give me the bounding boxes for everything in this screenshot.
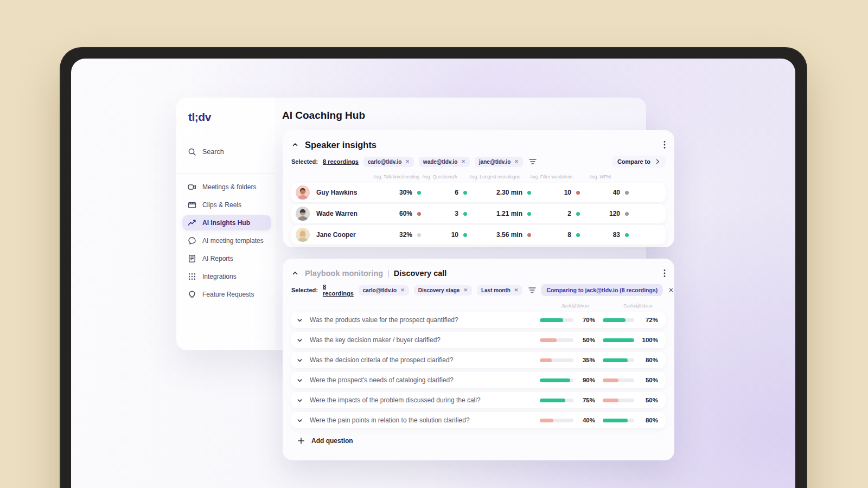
collapse-chevron-up-icon[interactable] — [291, 269, 299, 277]
question-row[interactable]: Were the prospect's needs of cataloging … — [291, 372, 666, 388]
sidebar-item-label: AI meeting templates — [202, 237, 264, 245]
metric-value: 8 — [567, 231, 571, 239]
sidebar-item-ai-reports[interactable]: AI Reports — [182, 251, 271, 266]
chevron-down-icon[interactable] — [297, 397, 310, 403]
progress-value-right: 72% — [634, 317, 658, 323]
progress-bar-left — [540, 378, 573, 382]
sidebar: tl;dv Search Meetings & foldersClips & R… — [176, 98, 276, 350]
sidebar-item-ai-insights-hub[interactable]: AI Insights Hub — [182, 215, 271, 230]
metric-value: 6 — [455, 189, 458, 196]
column-header: Carlo@tldv.io — [610, 303, 666, 309]
close-icon[interactable]: ✕ — [514, 288, 519, 293]
playbook-chip-carlo-tldv-io[interactable]: carlo@tldv.io✕ — [359, 285, 409, 296]
kebab-menu-icon[interactable] — [663, 269, 666, 278]
add-question-button[interactable]: Add question — [291, 433, 666, 449]
sidebar-item-meetings-folders[interactable]: Meetings & folders — [182, 179, 271, 195]
question-row[interactable]: Was the decision criteria of the prospec… — [291, 352, 666, 368]
chevron-down-icon[interactable] — [297, 317, 310, 323]
compare-to-button[interactable]: Compare to — [612, 156, 666, 168]
question-text: Was the key decision maker / buyer clari… — [310, 336, 540, 344]
sidebar-item-ai-meeting-templates[interactable]: AI meeting templates — [182, 233, 271, 248]
progress-bar-left — [540, 318, 573, 322]
question-row[interactable]: Were the pain points in relation to the … — [291, 412, 666, 428]
metric-value: 10 — [451, 231, 458, 239]
progress-bar-right — [603, 378, 634, 382]
question-row[interactable]: Was the products value for the prospect … — [291, 312, 666, 328]
kebab-menu-icon[interactable] — [663, 140, 666, 149]
status-dot-green — [463, 212, 467, 216]
clapperboard-icon — [188, 201, 196, 209]
close-icon[interactable]: ✕ — [463, 288, 468, 293]
speaker-table-header: Avg. Talk time/meetingAvg. Questions/hAv… — [291, 173, 666, 180]
playbook-filter-chips: carlo@tldv.io✕Discovery stage✕Last month… — [359, 285, 523, 296]
progress-value-right: 50% — [634, 377, 658, 383]
sidebar-item-integrations[interactable]: Integrations — [182, 269, 271, 284]
selected-recordings-link[interactable]: 8 recordings — [323, 284, 354, 297]
grid-dots-icon — [188, 272, 196, 281]
status-dot-green — [576, 212, 580, 216]
chevron-down-icon[interactable] — [297, 418, 310, 423]
speaker-row-jane-cooper[interactable]: Jane Cooper32%103.56 min883 — [291, 225, 666, 245]
selected-label: Selected: — [291, 287, 318, 293]
plus-icon — [298, 438, 304, 444]
progress-bar-right — [603, 318, 634, 322]
comparing-to-chip[interactable]: Comparing to jack@tldv.io (8 recordings) — [541, 284, 663, 296]
status-dot-green — [527, 212, 531, 216]
speaker-insights-panel: Speaker insights Selected: 8 recordings … — [283, 130, 674, 247]
status-dot-gray — [625, 212, 629, 216]
sidebar-item-label: Integrations — [202, 273, 237, 280]
question-text: Was the decision criteria of the prospec… — [310, 356, 540, 364]
speaker-chip-jane-tldv-io[interactable]: jane@tldv.io✕ — [475, 157, 523, 167]
progress-value-right: 100% — [634, 337, 658, 343]
question-text: Were the prospect's needs of cataloging … — [310, 376, 540, 384]
collapse-chevron-up-icon[interactable] — [291, 141, 299, 149]
avatar — [296, 207, 310, 221]
playbook-columns-header: Jack@tldv.ioCarlo@tldv.io — [291, 302, 666, 309]
playbook-name: Discovery call — [394, 269, 447, 278]
question-row[interactable]: Were the impacts of the problem discusse… — [291, 392, 666, 408]
close-icon[interactable]: ✕ — [668, 287, 673, 294]
status-dot-green — [417, 191, 421, 195]
sidebar-item-clips-reels[interactable]: Clips & Reels — [182, 197, 271, 213]
speaker-row-guy-hawkins[interactable]: Guy Hawkins30%62.30 min1040 — [291, 183, 666, 202]
laptop-screen: tl;dv Search Meetings & foldersClips & R… — [71, 59, 795, 488]
status-dot-green — [463, 191, 467, 195]
progress-value-left: 50% — [573, 337, 595, 343]
speaker-chip-carlo-tldv-io[interactable]: carlo@tldv.io✕ — [363, 157, 414, 167]
metric-value: 2 — [567, 210, 571, 217]
chevron-down-icon[interactable] — [297, 337, 310, 343]
close-icon[interactable]: ✕ — [405, 159, 410, 164]
avatar — [296, 185, 310, 200]
progress-value-right: 50% — [634, 397, 658, 403]
page-title: AI Coaching Hub — [282, 110, 365, 121]
question-text: Were the impacts of the problem discusse… — [310, 396, 540, 404]
sidebar-item-label: Meetings & folders — [202, 183, 256, 191]
playbook-chip-last-month[interactable]: Last month✕ — [477, 285, 522, 296]
speaker-chip-wade-tldv-io[interactable]: wade@tldv.io✕ — [419, 157, 470, 167]
progress-bar-right — [603, 419, 634, 422]
selected-recordings-link[interactable]: 8 recordings — [323, 158, 359, 165]
metric-value: 30% — [399, 189, 412, 196]
close-icon[interactable]: ✕ — [400, 288, 405, 293]
status-dot-green — [625, 233, 629, 237]
progress-value-left: 75% — [573, 397, 595, 403]
speaker-table: Guy Hawkins30%62.30 min1040Wade Warren60… — [291, 183, 666, 245]
progress-value-left: 90% — [573, 377, 595, 383]
close-icon[interactable]: ✕ — [461, 159, 465, 164]
filter-icon[interactable] — [528, 287, 536, 293]
insights-chart-icon — [188, 219, 196, 227]
speaker-row-wade-warren[interactable]: Wade Warren60%31.21 min2120 — [291, 204, 666, 223]
playbook-chip-discovery-stage[interactable]: Discovery stage✕ — [414, 285, 472, 296]
title-divider: | — [387, 269, 390, 278]
close-icon[interactable]: ✕ — [514, 159, 519, 164]
metric-value: 120 — [609, 210, 620, 217]
search-button[interactable]: Search — [188, 147, 276, 156]
chevron-down-icon[interactable] — [297, 357, 310, 363]
question-row[interactable]: Was the key decision maker / buyer clari… — [291, 332, 666, 348]
chip-label: Last month — [481, 287, 510, 293]
filter-icon[interactable] — [529, 158, 537, 165]
metric-value: 60% — [399, 210, 412, 217]
sidebar-item-feature-requests[interactable]: Feature Requests — [182, 287, 271, 302]
progress-value-right: 80% — [634, 357, 658, 363]
chevron-down-icon[interactable] — [297, 377, 310, 383]
